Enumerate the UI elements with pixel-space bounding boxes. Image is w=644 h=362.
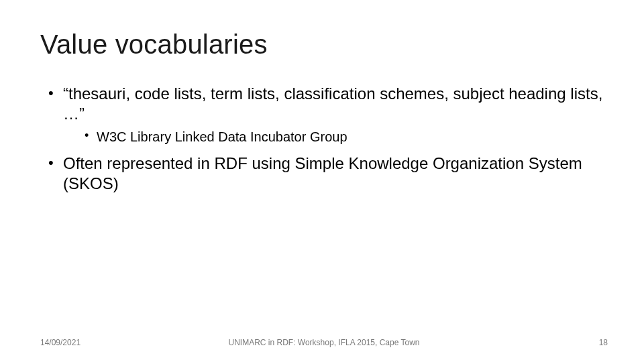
bullet-list: “thesauri, code lists, term lists, class… bbox=[40, 84, 604, 194]
footer-page-number: 18 bbox=[599, 338, 608, 347]
bullet-text-2: Often represented in RDF using Simple Kn… bbox=[63, 154, 582, 192]
slide-footer: 14/09/2021 UNIMARC in RDF: Workshop, IFL… bbox=[40, 338, 608, 347]
footer-center: UNIMARC in RDF: Workshop, IFLA 2015, Cap… bbox=[40, 338, 608, 347]
slide: Value vocabularies “thesauri, code lists… bbox=[0, 0, 644, 362]
sub-bullet-list: W3C Library Linked Data Incubator Group bbox=[63, 128, 604, 145]
bullet-item-1: “thesauri, code lists, term lists, class… bbox=[52, 84, 604, 145]
bullet-text-1: “thesauri, code lists, term lists, class… bbox=[63, 84, 602, 123]
sub-bullet-text-1: W3C Library Linked Data Incubator Group bbox=[97, 129, 347, 144]
footer-date: 14/09/2021 bbox=[40, 338, 80, 347]
bullet-item-2: Often represented in RDF using Simple Kn… bbox=[52, 154, 604, 194]
sub-bullet-item-1: W3C Library Linked Data Incubator Group bbox=[87, 128, 604, 145]
slide-title: Value vocabularies bbox=[40, 29, 604, 60]
